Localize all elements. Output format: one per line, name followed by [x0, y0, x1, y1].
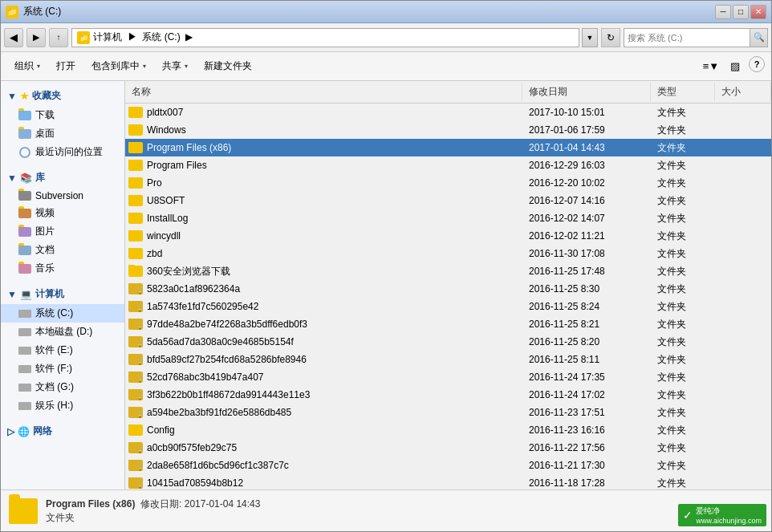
- file-name: 5823a0c1af8962364a: [147, 283, 240, 294]
- search-button[interactable]: 🔍: [750, 29, 767, 47]
- software-f-label: 软件 (F:): [35, 362, 72, 376]
- sidebar-divider-1: [1, 161, 124, 168]
- folder-icon: [128, 177, 143, 189]
- table-row[interactable]: a0cb90f575feb29c752016-11-22 17:56文件夹: [125, 439, 771, 457]
- file-name-cell: 1a5743fe1fd7c560295e42: [125, 301, 522, 312]
- file-type: 文件夹: [651, 124, 715, 137]
- locked-folder-icon: [128, 336, 143, 347]
- download-icon: [18, 110, 31, 121]
- table-row[interactable]: Program Files2016-12-29 16:03文件夹: [125, 156, 771, 174]
- table-row[interactable]: zbd2016-11-30 17:08文件夹: [125, 245, 771, 262]
- sidebar-item-desktop[interactable]: 桌面: [1, 124, 124, 143]
- table-row[interactable]: 5823a0c1af8962364a2016-11-25 8:30文件夹: [125, 280, 771, 298]
- photo-label: 图片: [35, 225, 55, 238]
- path-icon: 📁: [77, 31, 90, 44]
- view-icon-button[interactable]: ≡▼: [701, 56, 721, 77]
- search-input[interactable]: [624, 33, 750, 43]
- sidebar-section-favorites[interactable]: ▼ ★ 收藏夹: [1, 86, 124, 106]
- up-button[interactable]: ↑: [49, 28, 68, 47]
- file-name: Windows: [147, 124, 186, 136]
- back-button[interactable]: ◀: [4, 28, 23, 47]
- file-date: 2016-11-25 8:30: [522, 283, 651, 294]
- sidebar-section-libraries[interactable]: ▼ 📚 库: [1, 168, 124, 188]
- table-row[interactable]: Pro2016-12-20 10:02文件夹: [125, 174, 771, 192]
- share-button[interactable]: 共享 ▾: [155, 55, 195, 78]
- col-type[interactable]: 类型: [651, 83, 715, 101]
- address-bar: ◀ ▶ ↑ 📁 计算机 ▶ 系统 (C:) ▶ ▼ ↻ 🔍: [1, 23, 771, 52]
- status-selected-type: 文件夹: [46, 511, 260, 525]
- table-row[interactable]: InstallLog2016-12-02 14:07文件夹: [125, 209, 771, 227]
- sidebar-item-doc[interactable]: 文档: [1, 241, 124, 259]
- sidebar-item-software-f[interactable]: 软件 (F:): [1, 359, 124, 378]
- table-row[interactable]: 2da8e658f1d6bc5d96cf1c387c7c2016-11-21 1…: [125, 457, 771, 474]
- sidebar-item-music[interactable]: 音乐: [1, 259, 124, 278]
- col-size[interactable]: 大小: [715, 83, 771, 101]
- table-row[interactable]: 3f3b622b0b1ff48672da9914443e11e32016-11-…: [125, 386, 771, 404]
- file-date: 2016-11-21 17:30: [522, 460, 651, 471]
- table-row[interactable]: a594be2ba3bf91fd26e5886db4852016-11-23 1…: [125, 404, 771, 421]
- organize-button[interactable]: 组织 ▾: [7, 55, 47, 78]
- sidebar-item-subversion[interactable]: Subversion: [1, 188, 124, 204]
- organize-label: 组织: [14, 59, 34, 73]
- sidebar-section-network[interactable]: ▷ 🌐 网络: [1, 421, 124, 441]
- address-dropdown[interactable]: ▼: [582, 28, 598, 47]
- folder-icon: [128, 195, 143, 206]
- sidebar-item-system-c[interactable]: 系统 (C:): [1, 304, 124, 323]
- table-row[interactable]: Program Files (x86)2017-01-04 14:43文件夹: [125, 139, 771, 156]
- software-e-icon: [18, 345, 31, 356]
- title-bar-left: 📁 系统 (C:): [6, 5, 61, 18]
- address-path[interactable]: 📁 计算机 ▶ 系统 (C:) ▶: [71, 28, 579, 47]
- file-list-area: 名称 修改日期 类型 大小 pldtx0072017-10-10 15:01文件…: [125, 81, 771, 489]
- table-row[interactable]: bfd5a89cf27b254fcd68a5286bfe89462016-11-…: [125, 351, 771, 368]
- new-folder-button[interactable]: 新建文件夹: [197, 55, 259, 78]
- table-row[interactable]: wincydll2016-12-02 11:21文件夹: [125, 227, 771, 245]
- file-name-cell: a0cb90f575feb29c75: [125, 442, 522, 453]
- file-type: 文件夹: [651, 159, 715, 173]
- col-name[interactable]: 名称: [125, 83, 522, 101]
- sidebar-item-recent[interactable]: 最近访问的位置: [1, 143, 124, 161]
- entertainment-h-label: 娱乐 (H:): [35, 399, 73, 412]
- sidebar-item-software-e[interactable]: 软件 (E:): [1, 341, 124, 359]
- file-type: 文件夹: [651, 406, 715, 420]
- preview-icon-button[interactable]: ▨: [725, 56, 746, 77]
- sidebar-item-entertainment-h[interactable]: 娱乐 (H:): [1, 396, 124, 415]
- table-row[interactable]: 97dde48a2be74f2268a3b5dff6edb0f32016-11-…: [125, 315, 771, 333]
- file-date: 2016-11-25 17:48: [522, 266, 651, 277]
- close-button[interactable]: ✕: [750, 5, 766, 19]
- forward-button[interactable]: ▶: [26, 28, 46, 47]
- file-name: Program Files (x86): [147, 142, 231, 153]
- include-button[interactable]: 包含到库中 ▾: [84, 55, 153, 78]
- file-type: 文件夹: [651, 106, 715, 120]
- sidebar-item-doc-g[interactable]: 文档 (G:): [1, 378, 124, 396]
- table-row[interactable]: Windows2017-01-06 17:59文件夹: [125, 121, 771, 139]
- table-row[interactable]: 360安全浏览器下载2016-11-25 17:48文件夹: [125, 262, 771, 280]
- table-row[interactable]: U8SOFT2016-12-07 14:16文件夹: [125, 192, 771, 209]
- file-name-cell: 10415ad708594b8b12: [125, 477, 522, 489]
- table-row[interactable]: 5da56ad7da308a0c9e4685b5154f2016-11-25 8…: [125, 333, 771, 351]
- network-arrow: ▷: [7, 426, 14, 437]
- table-row[interactable]: pldtx0072017-10-10 15:01文件夹: [125, 104, 771, 121]
- sidebar-item-local-d[interactable]: 本地磁盘 (D:): [1, 323, 124, 341]
- table-row[interactable]: 52cd768abc3b419b47a4072016-11-24 17:35文件…: [125, 368, 771, 386]
- file-type: 文件夹: [651, 177, 715, 190]
- table-row[interactable]: 10415ad708594b8b122016-11-18 17:28文件夹: [125, 474, 771, 489]
- libraries-arrow: ▼: [7, 173, 17, 184]
- help-button[interactable]: ?: [749, 56, 765, 72]
- sidebar-item-video[interactable]: 视频: [1, 204, 124, 222]
- sidebar-section-computer[interactable]: ▼ 💻 计算机: [1, 284, 124, 304]
- restore-button[interactable]: □: [733, 5, 749, 19]
- col-date[interactable]: 修改日期: [522, 83, 651, 101]
- minimize-button[interactable]: ─: [715, 5, 731, 19]
- table-row[interactable]: 1a5743fe1fd7c560295e422016-11-25 8:24文件夹: [125, 298, 771, 315]
- status-selected-detail: 修改日期: 2017-01-04 14:43: [140, 498, 260, 510]
- folder-icon: [128, 248, 143, 259]
- subversion-label: Subversion: [35, 190, 83, 201]
- table-row[interactable]: Config2016-11-23 16:16文件夹: [125, 421, 771, 439]
- refresh-button[interactable]: ↻: [601, 28, 620, 47]
- sidebar-item-downloads[interactable]: 下载: [1, 106, 124, 124]
- file-list-body[interactable]: pldtx0072017-10-10 15:01文件夹Windows2017-0…: [125, 104, 771, 489]
- sidebar-divider-3: [1, 415, 124, 421]
- open-button[interactable]: 打开: [49, 55, 83, 78]
- file-name: Program Files: [147, 160, 207, 171]
- sidebar-item-photo[interactable]: 图片: [1, 222, 124, 241]
